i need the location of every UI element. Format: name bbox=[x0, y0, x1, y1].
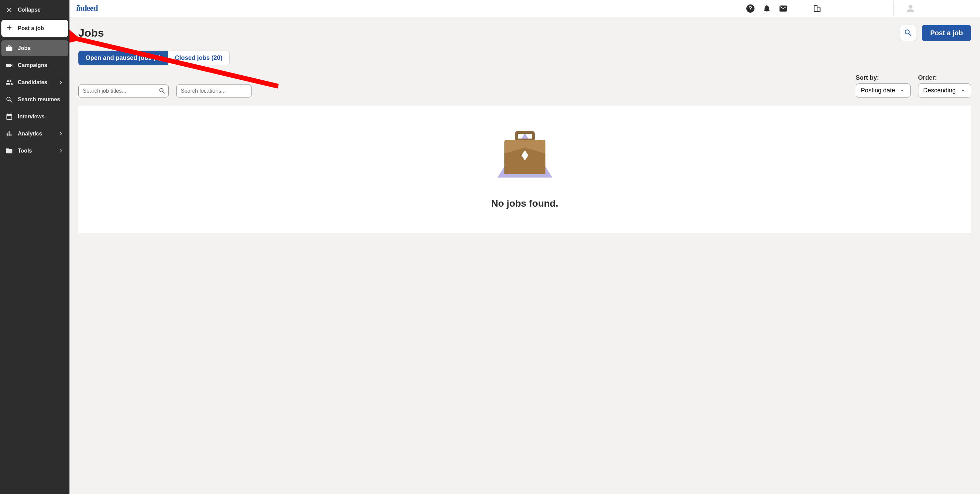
tab-closed[interactable]: Closed jobs (20) bbox=[168, 51, 230, 65]
indeed-logo[interactable]: indeed bbox=[75, 4, 109, 13]
company-menu[interactable] bbox=[813, 3, 881, 14]
company-name-redacted bbox=[825, 3, 873, 8]
search-jobs-button[interactable] bbox=[900, 25, 916, 41]
sort-by-value: Posting date bbox=[861, 87, 895, 94]
empty-message: No jobs found. bbox=[492, 198, 558, 209]
filter-row: Sort by: Posting date Order: Descending bbox=[78, 74, 971, 97]
sidebar-item-label: Candidates bbox=[18, 79, 47, 86]
building-icon bbox=[813, 4, 822, 13]
sidebar-item-label: Interviews bbox=[18, 114, 45, 120]
sort-by-group: Sort by: Posting date bbox=[856, 74, 910, 97]
divider bbox=[800, 1, 800, 16]
topbar: indeed ? bbox=[70, 0, 980, 17]
sidebar-item-analytics[interactable]: Analytics bbox=[2, 126, 68, 141]
empty-state: No jobs found. bbox=[78, 106, 971, 233]
people-icon bbox=[5, 79, 13, 86]
order-value: Descending bbox=[923, 87, 956, 94]
folder-icon bbox=[5, 147, 13, 155]
close-icon bbox=[5, 6, 13, 14]
company-subtext-redacted bbox=[825, 9, 880, 14]
chevron-right-icon bbox=[58, 79, 64, 86]
sidebar: Collapse Post a job Jobs Campaigns Candi… bbox=[0, 0, 70, 494]
sidebar-item-label: Search resumes bbox=[18, 97, 60, 103]
sidebar-item-search-resumes[interactable]: Search resumes bbox=[2, 92, 68, 107]
chevron-right-icon bbox=[58, 148, 64, 154]
sidebar-item-jobs[interactable]: Jobs bbox=[2, 40, 68, 56]
chevron-down-icon bbox=[899, 87, 905, 94]
search-locations-input[interactable] bbox=[176, 84, 251, 97]
content: Jobs Post a job Open and paused jobs (0)… bbox=[70, 17, 980, 494]
sidebar-item-label: Tools bbox=[18, 148, 32, 154]
svg-text:?: ? bbox=[749, 5, 752, 11]
help-icon[interactable]: ? bbox=[746, 4, 755, 13]
sidebar-item-interviews[interactable]: Interviews bbox=[2, 109, 68, 124]
sort-by-select[interactable]: Posting date bbox=[856, 83, 910, 97]
sidebar-item-candidates[interactable]: Candidates bbox=[2, 75, 68, 90]
content-header: Jobs Post a job bbox=[78, 25, 971, 41]
svg-point-1 bbox=[78, 5, 80, 6]
order-label: Order: bbox=[918, 74, 971, 81]
search-locations-wrapper bbox=[176, 84, 251, 97]
sidebar-item-label: Analytics bbox=[18, 131, 42, 137]
sidebar-item-campaigns[interactable]: Campaigns bbox=[2, 57, 68, 73]
sidebar-post-job-label: Post a job bbox=[18, 25, 44, 32]
sidebar-collapse-label: Collapse bbox=[18, 7, 41, 13]
main: indeed ? bbox=[70, 0, 980, 494]
search-icon bbox=[904, 29, 913, 37]
topbar-icons: ? bbox=[746, 1, 975, 16]
search-titles-wrapper bbox=[78, 84, 169, 97]
search-titles-input[interactable] bbox=[78, 84, 169, 97]
sidebar-item-tools[interactable]: Tools bbox=[2, 143, 68, 159]
mail-icon[interactable] bbox=[779, 4, 788, 13]
tab-open-paused[interactable]: Open and paused jobs (0) bbox=[78, 51, 168, 65]
sidebar-item-label: Campaigns bbox=[18, 62, 47, 68]
plus-icon bbox=[5, 24, 13, 33]
order-group: Order: Descending bbox=[918, 74, 971, 97]
page-title: Jobs bbox=[78, 27, 104, 39]
user-menu[interactable] bbox=[906, 4, 975, 13]
sort-by-label: Sort by: bbox=[856, 74, 910, 81]
chevron-down-icon bbox=[960, 87, 966, 94]
user-email-redacted bbox=[918, 6, 970, 11]
divider bbox=[893, 1, 894, 16]
order-select[interactable]: Descending bbox=[918, 83, 971, 97]
search-icon bbox=[158, 87, 166, 95]
tabs: Open and paused jobs (0) Closed jobs (20… bbox=[78, 51, 971, 65]
briefcase-icon bbox=[5, 44, 13, 52]
bars-icon bbox=[5, 130, 13, 138]
calendar-icon bbox=[5, 113, 13, 121]
megaphone-icon bbox=[5, 62, 13, 69]
sidebar-post-job-button[interactable]: Post a job bbox=[2, 20, 68, 37]
search-doc-icon bbox=[5, 96, 13, 103]
sidebar-collapse[interactable]: Collapse bbox=[2, 2, 68, 18]
person-icon bbox=[906, 4, 915, 13]
post-job-button[interactable]: Post a job bbox=[922, 25, 971, 41]
sidebar-item-label: Jobs bbox=[18, 45, 30, 51]
briefcase-illustration bbox=[477, 123, 573, 188]
bell-icon[interactable] bbox=[762, 4, 771, 13]
chevron-right-icon bbox=[58, 131, 64, 137]
